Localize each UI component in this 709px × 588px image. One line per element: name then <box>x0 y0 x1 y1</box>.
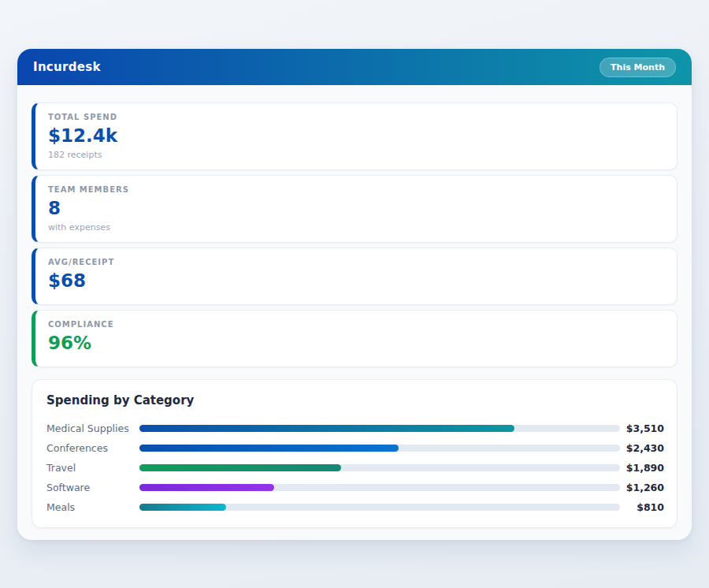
stat-label: COMPLIANCE <box>48 320 664 329</box>
category-bar-fill <box>139 504 226 511</box>
stat-label: TOTAL SPEND <box>48 113 664 121</box>
category-bar-track <box>139 445 620 452</box>
category-label: Conferences <box>45 442 139 454</box>
period-badge[interactable]: This Month <box>599 58 676 77</box>
category-bar-fill <box>139 425 514 432</box>
category-bar-fill <box>139 464 341 471</box>
section-title: Spending by Category <box>46 393 664 408</box>
app-title: Incurdesk <box>33 60 101 74</box>
category-label: Meals <box>45 501 139 513</box>
stat-label: TEAM MEMBERS <box>48 185 664 194</box>
stat-sub: 182 receipts <box>48 150 664 160</box>
category-spending-card: Spending by Category Medical Supplies $3… <box>32 379 677 528</box>
stat-card: TEAM MEMBERS 8 with expenses <box>32 175 677 243</box>
category-bar-track <box>139 484 620 491</box>
category-row: Medical Supplies $3,510 <box>45 419 664 438</box>
stat-sub: with expenses <box>48 222 664 233</box>
category-label: Software <box>45 482 139 493</box>
category-value: $3,510 <box>620 422 664 434</box>
stat-card: TOTAL SPEND $12.4k 182 receipts <box>32 102 677 170</box>
category-row: Travel $1,890 <box>45 458 664 478</box>
stat-value: 96% <box>48 332 664 355</box>
app-header: Incurdesk This Month <box>17 49 692 85</box>
category-value: $810 <box>620 501 664 513</box>
category-label: Travel <box>45 462 139 474</box>
dashboard-content: TOTAL SPEND $12.4k 182 receipts TEAM MEM… <box>17 85 692 540</box>
category-label: Medical Supplies <box>45 422 139 434</box>
stat-value: 8 <box>48 197 664 221</box>
stat-label: AVG/RECEIPT <box>48 258 664 266</box>
stat-card: COMPLIANCE 96% <box>32 310 677 367</box>
category-row: Conferences $2,430 <box>45 438 664 458</box>
category-bar-track <box>139 464 620 471</box>
category-value: $2,430 <box>620 442 664 454</box>
stat-value: $68 <box>48 270 664 293</box>
category-bar-fill <box>139 445 399 452</box>
category-value: $1,890 <box>620 462 664 474</box>
dashboard-panel: Incurdesk This Month TOTAL SPEND $12.4k … <box>17 49 692 540</box>
category-bar-track <box>139 425 620 432</box>
category-row: Software $1,260 <box>45 478 664 497</box>
stat-card: AVG/RECEIPT $68 <box>32 247 677 305</box>
category-row: Meals $810 <box>45 497 664 517</box>
category-bar-fill <box>139 484 274 491</box>
stat-value: $12.4k <box>48 125 664 148</box>
category-value: $1,260 <box>620 482 664 493</box>
category-bar-track <box>139 504 620 511</box>
